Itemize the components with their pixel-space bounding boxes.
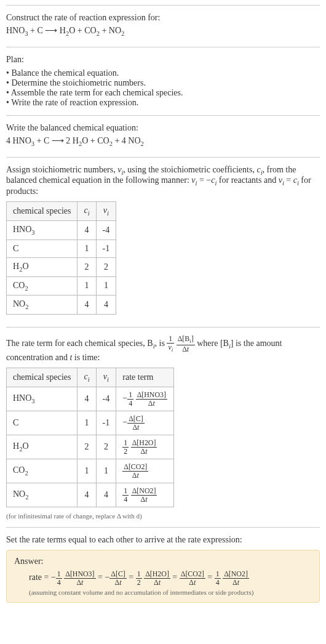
nu-cell: 1 [96, 459, 116, 483]
species-cell: C [7, 411, 78, 435]
col-nu: νi [96, 368, 116, 387]
plan-section: Plan: Balance the chemical equation. Det… [6, 47, 320, 115]
plan-item: Balance the chemical equation. [6, 68, 320, 78]
nu-sub: i [107, 376, 109, 383]
rateterm-header-row: chemical species ci νi rate term [7, 368, 174, 387]
stoich-row: H2O 2 2 [7, 257, 116, 276]
balanced-section: Write the balanced chemical equation: 4 … [6, 115, 320, 157]
rate-cell: −14 Δ[HNO3]Δt [116, 387, 174, 411]
answer-note: (assuming constant volume and no accumul… [14, 589, 312, 596]
stoich-row: NO2 4 4 [7, 296, 116, 315]
rateterm-head: The rate term for each chemical species,… [6, 335, 320, 363]
species-cell: C [7, 239, 78, 257]
answer-label: Answer: [14, 557, 312, 566]
intro-equation: HNO3 + C ⟶ H2O + CO2 + NO2 [6, 25, 320, 37]
nu-cell: -4 [96, 220, 116, 239]
rateterm-row: C 1 -1 −Δ[C]Δt [7, 411, 174, 435]
c-cell: 4 [78, 483, 96, 507]
nu-cell: 1 [96, 276, 116, 296]
species-cell: CO2 [7, 276, 78, 296]
c-cell: 1 [78, 276, 96, 296]
stoich-row: CO2 1 1 [7, 276, 116, 296]
c-cell: 1 [78, 239, 96, 257]
col-species: chemical species [7, 368, 78, 387]
rate-cell: 12 Δ[H2O]Δt [116, 435, 174, 459]
nu-cell: -1 [96, 411, 116, 435]
rate-expression: rate = −14 Δ[HNO3]Δt = −Δ[C]Δt = 12 Δ[H2… [14, 570, 312, 586]
rateterm-head-pre: The rate term for each chemical species,… [6, 339, 153, 348]
answer-box: Answer: rate = −14 Δ[HNO3]Δt = −Δ[C]Δt =… [6, 550, 320, 603]
rateterm-note: (for infinitesimal rate of change, repla… [6, 512, 320, 520]
rateterm-row: CO2 1 1 Δ[CO2]Δt [7, 459, 174, 483]
c-cell: 4 [78, 296, 96, 315]
c-sub: i [88, 210, 90, 217]
nu-sub: i [107, 210, 109, 217]
c-cell: 2 [78, 257, 96, 276]
species-cell: HNO3 [7, 220, 78, 239]
nu-cell: -1 [96, 239, 116, 257]
nu-cell: 4 [96, 296, 116, 315]
plan-list: Balance the chemical equation. Determine… [6, 68, 320, 108]
rateterm-row: H2O 2 2 12 Δ[H2O]Δt [7, 435, 174, 459]
c-cell: 4 [78, 220, 96, 239]
stoich-row: HNO3 4 -4 [7, 220, 116, 239]
c-sub: i [88, 376, 90, 383]
c-cell: 1 [78, 459, 96, 483]
stoich-head: Assign stoichiometric numbers, νi, using… [6, 165, 320, 197]
balanced-head: Write the balanced chemical equation: [6, 123, 320, 133]
c-cell: 2 [78, 435, 96, 459]
rateterm-table: chemical species ci νi rate term HNO3 4 … [6, 368, 174, 507]
col-rate: rate term [116, 368, 174, 387]
nu-cell: -4 [96, 387, 116, 411]
intro-prompt: Construct the rate of reaction expressio… [6, 13, 320, 23]
plan-head: Plan: [6, 55, 320, 65]
col-c: ci [78, 368, 96, 387]
nu-cell: 2 [96, 435, 116, 459]
plan-item: Assemble the rate term for each chemical… [6, 88, 320, 98]
col-species: chemical species [7, 202, 78, 221]
nu-cell: 4 [96, 483, 116, 507]
c-cell: 4 [78, 387, 96, 411]
stoich-row: C 1 -1 [7, 239, 116, 257]
species-cell: HNO3 [7, 387, 78, 411]
species-cell: CO2 [7, 459, 78, 483]
rate-cell: Δ[CO2]Δt [116, 459, 174, 483]
intro-section: Construct the rate of reaction expressio… [6, 5, 320, 47]
rate-cell: 14 Δ[NO2]Δt [116, 483, 174, 507]
final-head: Set the rate terms equal to each other t… [6, 535, 320, 545]
c-cell: 1 [78, 411, 96, 435]
stoich-header-row: chemical species ci νi [7, 202, 116, 221]
rateterm-section: The rate term for each chemical species,… [6, 327, 320, 527]
col-nu: νi [96, 202, 116, 221]
species-cell: NO2 [7, 296, 78, 315]
plan-item: Write the rate of reaction expression. [6, 98, 320, 108]
species-cell: NO2 [7, 483, 78, 507]
stoich-section: Assign stoichiometric numbers, νi, using… [6, 157, 320, 328]
rateterm-row: NO2 4 4 14 Δ[NO2]Δt [7, 483, 174, 507]
plan-item: Determine the stoichiometric numbers. [6, 78, 320, 88]
balanced-equation: 4 HNO3 + C ⟶ 2 H2O + CO2 + 4 NO2 [6, 135, 320, 147]
rate-cell: −Δ[C]Δt [116, 411, 174, 435]
rateterm-row: HNO3 4 -4 −14 Δ[HNO3]Δt [7, 387, 174, 411]
col-c: ci [78, 202, 96, 221]
species-cell: H2O [7, 435, 78, 459]
final-section: Set the rate terms equal to each other t… [6, 527, 320, 610]
stoich-table: chemical species ci νi HNO3 4 -4 C 1 -1 … [6, 201, 116, 315]
nu-cell: 2 [96, 257, 116, 276]
species-cell: H2O [7, 257, 78, 276]
